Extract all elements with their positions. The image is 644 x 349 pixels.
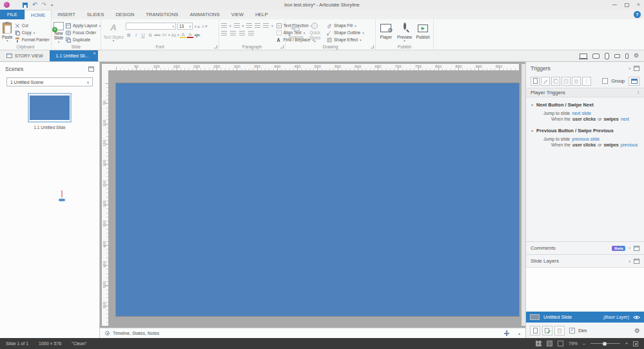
paste-button[interactable]: Paste ▾: [2, 21, 13, 44]
tab-slides[interactable]: SLIDES: [81, 10, 110, 19]
zoom-slider[interactable]: [590, 343, 620, 344]
slide-thumbnail[interactable]: [28, 93, 72, 123]
char-spacing-dropdown-icon[interactable]: ▾: [168, 33, 170, 37]
cut-button[interactable]: Cut: [15, 23, 50, 28]
eye-icon[interactable]: [633, 315, 640, 320]
timeline-bar[interactable]: Timeline, States, Notes ▴: [100, 328, 525, 338]
text-styles-button[interactable]: A Text Styles ▾: [103, 21, 124, 44]
redo-icon[interactable]: ↷: [42, 2, 47, 8]
font-size-dropdown-icon[interactable]: ▾: [189, 25, 191, 28]
change-case-button[interactable]: Aa: [171, 32, 177, 38]
shape-outline-button[interactable]: Shape Outline ▾: [327, 30, 364, 35]
copy-button[interactable]: Copy ▾: [15, 30, 50, 35]
tab-slide-1-1[interactable]: 1.1 Untitled Sli... ×: [50, 50, 98, 61]
arrange-button[interactable]: Arrange ▾: [288, 21, 304, 44]
delete-layer-button[interactable]: [554, 326, 565, 335]
dim-checkbox[interactable]: ✓: [569, 328, 575, 334]
tab-view[interactable]: VIEW: [226, 10, 249, 19]
shrink-font-button[interactable]: A▼: [202, 23, 208, 30]
decrease-indent-icon[interactable]: [246, 23, 252, 28]
grow-font-button[interactable]: A▲: [194, 23, 200, 30]
slide-canvas[interactable]: 5010015020025030035040045050055060065070…: [100, 62, 525, 328]
font-color-button[interactable]: A: [187, 32, 193, 38]
zoom-in-button[interactable]: +: [625, 341, 628, 346]
justify-icon[interactable]: [248, 31, 254, 35]
font-name-combobox[interactable]: ▾: [126, 23, 176, 30]
change-case-dropdown-icon[interactable]: ▾: [178, 33, 180, 37]
trigger-action[interactable]: Jump to slide previous slide: [543, 137, 644, 141]
help-icon[interactable]: ?: [634, 11, 641, 18]
duplicate-button[interactable]: Duplicate: [66, 37, 101, 43]
edit-layer-button[interactable]: [542, 326, 552, 335]
apply-layout-dropdown-icon[interactable]: ▾: [99, 24, 101, 28]
apply-layout-button[interactable]: Apply Layout ▾: [66, 23, 101, 28]
shape-fill-dropdown-icon[interactable]: ▾: [355, 24, 356, 28]
shape-effect-button[interactable]: Shape Effect ▾: [327, 37, 364, 43]
spelling-button[interactable]: abc✓: [194, 32, 200, 38]
zoom-slider-thumb[interactable]: [603, 342, 607, 346]
story-view-toggle-icon[interactable]: [536, 341, 542, 346]
preview-dropdown-icon[interactable]: ▾: [404, 39, 405, 43]
app-logo-icon[interactable]: [4, 2, 10, 8]
line-spacing-icon[interactable]: [263, 23, 269, 28]
shape-effect-dropdown-icon[interactable]: ▾: [360, 38, 362, 42]
triggers-panel-dropdown-icon[interactable]: ▾: [629, 66, 630, 70]
clear-format-button[interactable]: abc: [154, 32, 161, 38]
edit-trigger-button[interactable]: [541, 77, 550, 86]
comments-panel-dock-icon[interactable]: [634, 246, 639, 251]
quick-styles-button[interactable]: Quick Styles ▾: [306, 21, 324, 44]
qat-dropdown-icon[interactable]: ▾: [51, 3, 53, 7]
shape-fill-button[interactable]: Shape Fill ▾: [327, 23, 364, 28]
disclosure-triangle-icon[interactable]: ▾: [531, 103, 533, 107]
triggers-panel-dock-icon[interactable]: [634, 66, 639, 71]
bold-button[interactable]: B: [126, 32, 132, 38]
trigger-wizard-button[interactable]: [629, 77, 639, 86]
arrange-dropdown-icon[interactable]: ▾: [295, 39, 297, 43]
numbering-dropdown-icon[interactable]: ▾: [242, 24, 244, 28]
trigger-action[interactable]: Jump to slide next slide: [543, 111, 644, 115]
minimize-icon[interactable]: [612, 5, 617, 5]
restore-icon[interactable]: [625, 3, 629, 7]
collapse-all-icon[interactable]: ↕: [637, 90, 639, 95]
slide-layers-dock-icon[interactable]: [634, 259, 639, 264]
zoom-out-button[interactable]: –: [583, 341, 585, 346]
comments-panel-header[interactable]: Comments Beta ‹: [526, 241, 644, 254]
bullets-dropdown-icon[interactable]: ▾: [229, 24, 231, 28]
scene-selector[interactable]: 1 Untitled Scene ▾: [6, 77, 93, 86]
highlight-button[interactable]: A: [180, 32, 186, 38]
align-center-icon[interactable]: [230, 31, 236, 35]
format-painter-button[interactable]: Format Painter: [15, 37, 50, 43]
publish-button[interactable]: ▶ Publish: [415, 21, 431, 44]
trigger-action-link[interactable]: previous slide: [572, 137, 600, 141]
line-spacing-dropdown-icon[interactable]: ▾: [271, 24, 273, 28]
slide-surface[interactable]: [116, 83, 519, 316]
align-left-icon[interactable]: [221, 31, 227, 35]
phone-landscape-preview-icon[interactable]: [614, 54, 620, 58]
layer-settings-gear-icon[interactable]: ⚙: [634, 327, 640, 334]
numbering-icon[interactable]: [234, 23, 240, 28]
font-name-dropdown-icon[interactable]: ▾: [172, 25, 174, 28]
preview-settings-gear-icon[interactable]: ⚙: [634, 53, 639, 59]
slide-layers-list[interactable]: [526, 267, 644, 312]
trigger-condition-link[interactable]: previous: [621, 143, 638, 147]
trigger-group-title[interactable]: ▾ Previous Button / Swipe Previous: [526, 125, 644, 135]
new-slide-button[interactable]: New Slide ▾: [54, 21, 64, 44]
tab-design[interactable]: DESIGN: [110, 10, 140, 19]
paste-trigger-button[interactable]: [561, 77, 571, 86]
canvas-vertical-scrollbar[interactable]: [522, 64, 525, 326]
tab-home[interactable]: HOME: [24, 10, 52, 19]
save-icon[interactable]: [23, 3, 28, 8]
timeline-dock-icon[interactable]: [504, 330, 509, 336]
tab-file[interactable]: FILE: [0, 10, 24, 19]
bullets-icon[interactable]: [221, 23, 227, 28]
trigger-condition-link[interactable]: next: [621, 117, 629, 121]
trigger-condition[interactable]: When the user clicks or swipes previous: [551, 143, 644, 147]
base-layer-row[interactable]: Untitled Slide (Base Layer): [526, 312, 644, 323]
tab-transitions[interactable]: TRANSITIONS: [140, 10, 184, 19]
underline-button[interactable]: U: [140, 32, 146, 38]
tablet-landscape-preview-icon[interactable]: [592, 54, 600, 59]
shape-outline-dropdown-icon[interactable]: ▾: [362, 31, 364, 35]
undo-icon[interactable]: ↶: [32, 2, 37, 8]
scenes-panel-dock-icon[interactable]: [88, 66, 94, 72]
tab-story-view[interactable]: STORY VIEW: [0, 50, 50, 61]
